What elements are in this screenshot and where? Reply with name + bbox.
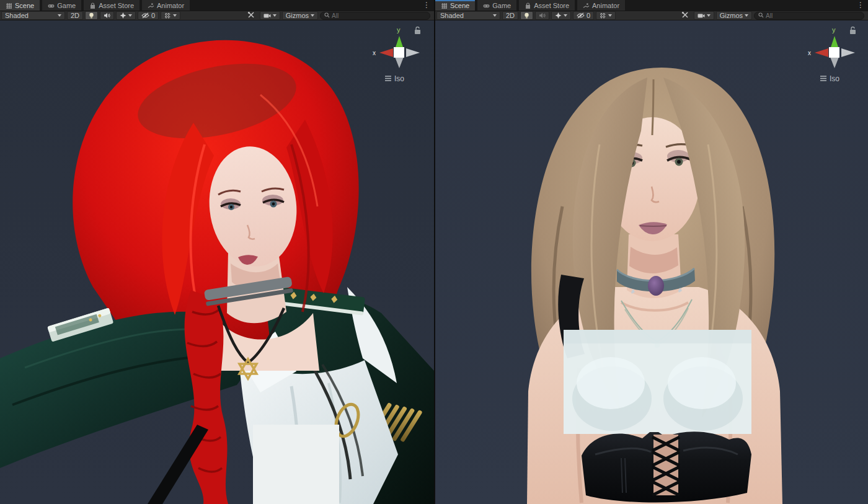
axis-x-cone (815, 48, 828, 57)
grid-snap-icon (164, 12, 171, 19)
search-icon (324, 12, 330, 19)
axis-x-label: x (808, 50, 811, 56)
axis-x-cone (379, 48, 393, 57)
camera-icon (698, 13, 705, 19)
eye-slash-icon (141, 12, 149, 19)
gamepad-icon (48, 2, 55, 9)
tab-label: Asset Store (534, 1, 569, 11)
2d-toggle-button[interactable]: 2D (67, 11, 83, 20)
axis-right-cone (406, 48, 420, 57)
effects-dropdown-button[interactable] (551, 11, 571, 20)
grid-icon (6, 2, 12, 9)
choker-gem (648, 276, 664, 296)
tab-label: Game (57, 1, 76, 11)
speaker-icon (539, 12, 546, 19)
tab-label: Animator (157, 1, 184, 11)
orientation-gizmo[interactable]: y x Iso (807, 24, 862, 86)
axis-right-cone (841, 48, 855, 57)
hidden-count: 0 (151, 12, 155, 19)
gizmos-dropdown[interactable]: Gizmos (282, 11, 318, 20)
scene-render-redhead-character (0, 20, 434, 504)
window-menu-icon[interactable]: ⋮ (423, 0, 430, 10)
axis-y-label: y (832, 26, 836, 33)
scene-visibility-button[interactable]: 0 (573, 11, 594, 20)
axis-down-cone (830, 57, 839, 68)
2d-toggle-button[interactable]: 2D (502, 11, 518, 20)
censor-box (564, 330, 751, 434)
scene-panel-left: Scene Game Asset Store Animator ⋮ Shaded… (0, 0, 434, 504)
axis-center-cube (394, 47, 404, 58)
camera-icon (264, 13, 271, 19)
2d-label: 2D (506, 12, 515, 19)
effects-dropdown-button[interactable] (116, 11, 136, 20)
animator-icon (148, 2, 154, 9)
search-input[interactable] (766, 12, 860, 19)
audio-toggle-button[interactable] (100, 11, 114, 20)
hidden-count: 0 (587, 12, 590, 19)
scene-search-field[interactable] (320, 12, 430, 20)
shopping-bag-icon (525, 2, 531, 9)
shopping-bag-icon (89, 2, 96, 9)
iso-menu-icon (385, 76, 391, 81)
eye-slash-icon (577, 12, 585, 19)
chevron-down-icon (58, 14, 61, 17)
grid-visibility-button[interactable] (161, 11, 180, 20)
tools-icon[interactable] (681, 11, 689, 20)
corset (582, 431, 751, 502)
tab-animator[interactable]: Animator (577, 0, 625, 11)
audio-toggle-button[interactable] (535, 11, 549, 20)
camera-settings-dropdown[interactable] (260, 11, 280, 20)
scene-toolbar: Shaded 2D 0 (435, 11, 868, 20)
lock-icon (415, 27, 420, 35)
tab-asset-store[interactable]: Asset Store (519, 0, 575, 11)
chevron-down-icon (745, 14, 748, 17)
tab-asset-store[interactable]: Asset Store (84, 0, 140, 11)
shading-mode-label: Shaded (5, 12, 29, 19)
shading-mode-dropdown[interactable]: Shaded (436, 11, 500, 20)
scene-toolbar: Shaded 2D 0 (0, 11, 434, 20)
gizmos-dropdown[interactable]: Gizmos (716, 11, 752, 20)
lighting-toggle-button[interactable] (85, 11, 98, 20)
unity-editor-dual-scene-view: Scene Game Asset Store Animator ⋮ Shaded… (0, 0, 868, 504)
tab-bar: Scene Game Asset Store Animator ⋮ (435, 0, 868, 11)
search-input[interactable] (332, 12, 426, 19)
shading-mode-label: Shaded (440, 12, 464, 19)
tab-label: Game (492, 1, 511, 11)
shading-mode-dropdown[interactable]: Shaded (1, 11, 65, 20)
scene-search-field[interactable] (754, 12, 864, 20)
chevron-down-icon (128, 14, 132, 17)
lighting-toggle-button[interactable] (520, 11, 533, 20)
grid-snap-icon (600, 12, 606, 19)
tab-game[interactable]: Game (42, 0, 81, 11)
camera-settings-dropdown[interactable] (694, 11, 714, 20)
tab-label: Asset Store (99, 1, 134, 11)
animator-icon (583, 2, 590, 9)
iso-menu-icon (820, 76, 826, 81)
2d-label: 2D (71, 12, 79, 19)
scene-render-blonde-character (435, 20, 868, 504)
grid-visibility-button[interactable] (596, 11, 616, 20)
chevron-down-icon (707, 14, 711, 17)
tab-scene[interactable]: Scene (435, 0, 475, 11)
window-menu-icon[interactable]: ⋮ (857, 0, 864, 10)
tools-icon[interactable] (247, 11, 255, 20)
tab-game[interactable]: Game (477, 0, 516, 11)
tab-label: Scene (450, 1, 469, 11)
lightbulb-icon (89, 12, 94, 19)
speaker-icon (104, 12, 110, 19)
chevron-down-icon (311, 14, 314, 17)
chevron-down-icon (173, 14, 177, 17)
chevron-down-icon (564, 14, 567, 17)
tab-scene[interactable]: Scene (0, 0, 40, 11)
scene-viewport-left[interactable]: y x Iso (0, 20, 434, 504)
axis-down-cone (395, 57, 404, 68)
scene-viewport-right[interactable]: y x Iso (435, 20, 868, 504)
chevron-down-icon (273, 14, 277, 17)
orientation-gizmo[interactable]: y x Iso (371, 24, 427, 86)
scene-panel-right: Scene Game Asset Store Animator ⋮ Shaded… (434, 0, 868, 504)
gamepad-icon (483, 2, 490, 9)
lightbulb-icon (524, 12, 529, 19)
projection-label: Iso (394, 74, 404, 83)
scene-visibility-button[interactable]: 0 (138, 11, 159, 20)
tab-animator[interactable]: Animator (142, 0, 190, 11)
